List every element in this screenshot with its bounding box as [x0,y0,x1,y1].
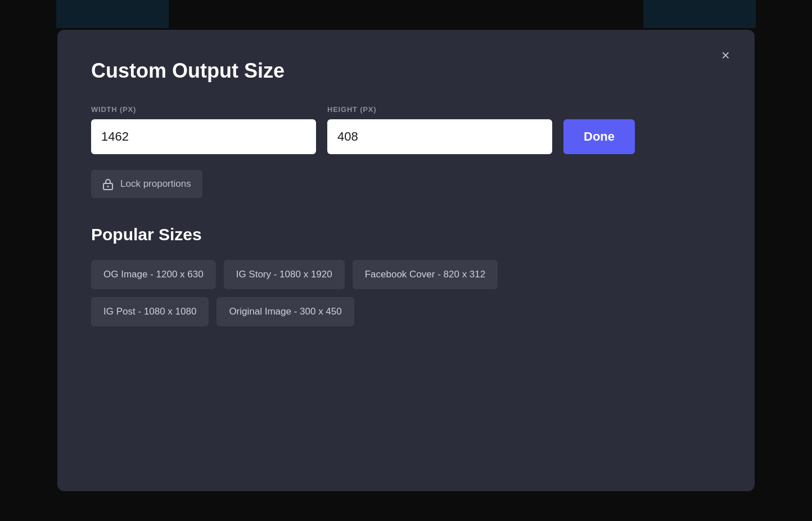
lock-proportions-button[interactable]: Lock proportions [91,170,202,198]
done-button[interactable]: Done [563,119,635,154]
height-field-group: HEIGHT (px) [327,105,552,154]
close-button[interactable]: × [717,46,734,65]
size-options-row-1: OG Image - 1200 x 630IG Story - 1080 x 1… [91,260,721,289]
width-field-group: WIDTH (px) [91,105,316,154]
width-input[interactable] [91,119,316,154]
size-options-row-2: IG Post - 1080 x 1080Original Image - 30… [91,297,721,326]
size-option-button-1[interactable]: IG Story - 1080 x 1920 [224,260,345,289]
size-option-button-4[interactable]: Original Image - 300 x 450 [216,297,354,326]
fields-row: WIDTH (px) HEIGHT (px) Done [91,105,721,154]
size-option-button-3[interactable]: IG Post - 1080 x 1080 [91,297,209,326]
lock-proportions-label: Lock proportions [120,178,191,190]
custom-output-size-modal: × Custom Output Size WIDTH (px) HEIGHT (… [57,30,755,491]
svg-point-1 [107,186,109,187]
width-label: WIDTH (px) [91,105,316,114]
modal-title: Custom Output Size [91,59,721,83]
lock-icon [102,178,114,190]
height-input[interactable] [327,119,552,154]
popular-sizes-title: Popular Sizes [91,225,721,244]
size-option-button-2[interactable]: Facebook Cover - 820 x 312 [353,260,498,289]
size-option-button-0[interactable]: OG Image - 1200 x 630 [91,260,216,289]
height-label: HEIGHT (px) [327,105,552,114]
